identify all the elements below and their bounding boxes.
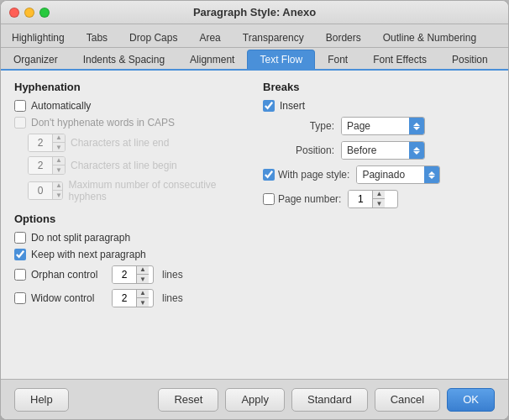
- tab-borders[interactable]: Borders: [315, 28, 372, 47]
- auto-hyphen-checkbox[interactable]: [14, 100, 26, 112]
- tab-text-flow[interactable]: Text Flow: [247, 50, 315, 69]
- tabs-row2: Organizer Indents & Spacing Alignment Te…: [1, 48, 508, 71]
- no-caps-label: Don't hyphenate words in CAPS: [31, 117, 175, 129]
- orphan-label: Orphan control: [31, 269, 107, 281]
- standard-button[interactable]: Standard: [291, 388, 368, 412]
- auto-hyphen-label: Automatically: [31, 100, 91, 112]
- char-line-end-arrows: ▲ ▼: [52, 134, 65, 152]
- tab-drop-caps[interactable]: Drop Caps: [118, 28, 188, 47]
- type-label: Type:: [263, 120, 334, 132]
- minimize-button[interactable]: [24, 8, 34, 18]
- char-line-end-up[interactable]: ▲: [53, 134, 65, 143]
- orphan-up[interactable]: ▲: [137, 265, 149, 275]
- help-button[interactable]: Help: [14, 388, 69, 412]
- widow-down[interactable]: ▼: [137, 298, 149, 307]
- max-hyphens-down[interactable]: ▼: [53, 191, 63, 200]
- page-number-arrows: ▲ ▼: [372, 190, 385, 208]
- max-hyphens-input[interactable]: [29, 182, 52, 199]
- page-number-down[interactable]: ▼: [373, 199, 385, 208]
- ok-button[interactable]: OK: [447, 388, 495, 412]
- close-button[interactable]: [9, 8, 19, 18]
- apply-button[interactable]: Apply: [225, 388, 285, 412]
- tabs-row1: Highlighting Tabs Drop Caps Area Transpa…: [1, 24, 508, 48]
- char-line-begin-down[interactable]: ▼: [53, 165, 65, 175]
- page-number-label: Page number:: [278, 193, 341, 205]
- tab-area[interactable]: Area: [188, 28, 231, 47]
- char-line-end-spinner[interactable]: ▲ ▼: [28, 134, 66, 152]
- widow-up[interactable]: ▲: [137, 289, 149, 298]
- orphan-checkbox[interactable]: [14, 269, 26, 281]
- position-select[interactable]: Before: [341, 141, 425, 160]
- orphan-lines-label: lines: [162, 269, 183, 281]
- char-line-begin-input[interactable]: [29, 157, 52, 174]
- position-select-arrow[interactable]: [409, 141, 424, 160]
- orphan-spinner[interactable]: ▲ ▼: [112, 265, 154, 284]
- page-number-up[interactable]: ▲: [373, 190, 385, 199]
- auto-hyphen-row: Automatically: [14, 100, 246, 112]
- char-line-end-row: ▲ ▼ Characters at line end: [14, 134, 246, 152]
- keep-next-label: Keep with next paragraph: [31, 249, 146, 260]
- window-title: Paragraph Style: Anexo: [193, 6, 316, 18]
- insert-row: Insert: [263, 100, 495, 112]
- orphan-arrows: ▲ ▼: [136, 265, 149, 284]
- widow-label: Widow control: [31, 292, 107, 304]
- page-number-row: Page number: ▲ ▼: [263, 190, 495, 208]
- page-number-checkbox[interactable]: [263, 193, 275, 205]
- with-page-style-checkbox[interactable]: [263, 169, 275, 181]
- orphan-input[interactable]: [113, 266, 136, 283]
- orphan-down[interactable]: ▼: [137, 275, 149, 284]
- tab-organizer[interactable]: Organizer: [1, 50, 71, 69]
- char-line-begin-spinner[interactable]: ▲ ▼: [28, 156, 66, 175]
- page-number-spinner[interactable]: ▲ ▼: [348, 190, 398, 208]
- with-page-style-row: With page style: Paginado: [263, 165, 495, 184]
- tab-highlighting[interactable]: Highlighting: [1, 28, 76, 47]
- footer-left: Help: [14, 388, 69, 412]
- with-page-style-select[interactable]: Paginado: [356, 165, 440, 184]
- widow-checkbox[interactable]: [14, 292, 26, 304]
- widow-input[interactable]: [113, 290, 136, 307]
- keep-next-row: Keep with next paragraph: [14, 249, 246, 260]
- max-hyphens-spinner[interactable]: ▲ ▼: [28, 181, 63, 200]
- max-hyphens-up[interactable]: ▲: [53, 181, 63, 191]
- char-line-end-input[interactable]: [29, 134, 52, 151]
- tab-position[interactable]: Position: [439, 50, 501, 69]
- breaks-title: Breaks: [263, 81, 495, 93]
- char-line-end-label: Characters at line end: [71, 137, 169, 149]
- reset-button[interactable]: Reset: [158, 388, 218, 412]
- window-controls: [9, 8, 50, 18]
- tab-font[interactable]: Font: [315, 50, 360, 69]
- widow-row: Widow control ▲ ▼ lines: [14, 289, 246, 307]
- tab-tabs[interactable]: Tabs: [76, 28, 118, 47]
- position-label: Position:: [263, 144, 334, 156]
- titlebar: Paragraph Style: Anexo: [1, 1, 508, 24]
- with-page-style-arrow[interactable]: [424, 165, 439, 184]
- char-line-end-down[interactable]: ▼: [53, 143, 65, 152]
- char-line-begin-arrows: ▲ ▼: [52, 156, 65, 175]
- no-caps-checkbox[interactable]: [14, 117, 26, 129]
- no-caps-row: Don't hyphenate words in CAPS: [14, 117, 246, 129]
- no-split-row: Do not split paragraph: [14, 232, 246, 244]
- tab-font-effects[interactable]: Font Effects: [360, 50, 439, 69]
- no-split-checkbox[interactable]: [14, 232, 26, 244]
- tab-transparency[interactable]: Transparency: [232, 28, 315, 47]
- position-value: Before: [342, 142, 409, 159]
- no-split-label: Do not split paragraph: [31, 232, 130, 244]
- type-select[interactable]: Page: [341, 117, 425, 135]
- tab-alignment[interactable]: Alignment: [177, 50, 247, 69]
- widow-spinner[interactable]: ▲ ▼: [112, 289, 154, 307]
- maximize-button[interactable]: [39, 8, 50, 18]
- dialog-window: Paragraph Style: Anexo Highlighting Tabs…: [0, 0, 509, 420]
- insert-checkbox[interactable]: [263, 100, 275, 112]
- page-number-input[interactable]: [349, 191, 372, 207]
- cancel-button[interactable]: Cancel: [375, 388, 440, 412]
- orphan-row: Orphan control ▲ ▼ lines: [14, 265, 246, 284]
- position-row: Position: Before: [263, 141, 495, 160]
- tab-indents-spacing[interactable]: Indents & Spacing: [71, 50, 177, 69]
- tab-outline-numbering[interactable]: Outline & Numbering: [372, 28, 487, 47]
- insert-label: Insert: [280, 100, 305, 112]
- options-title: Options: [14, 213, 246, 225]
- char-line-begin-up[interactable]: ▲: [53, 156, 65, 165]
- keep-next-checkbox[interactable]: [14, 249, 26, 260]
- hyphenation-title: Hyphenation: [14, 81, 246, 93]
- type-select-arrow[interactable]: [409, 117, 424, 135]
